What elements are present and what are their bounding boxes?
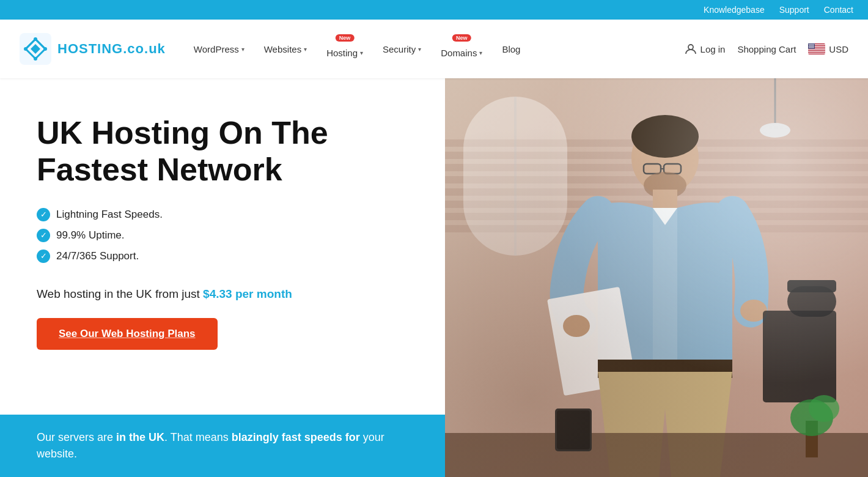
svg-point-31 [813, 46, 814, 47]
nav-item-websites[interactable]: Websites ▾ [256, 39, 315, 59]
logo[interactable]: HOSTING.co.uk [20, 33, 166, 65]
nav-item-blog[interactable]: Blog [493, 39, 529, 59]
svg-point-32 [809, 48, 809, 48]
chevron-down-icon: ▾ [304, 46, 307, 53]
svg-point-18 [814, 44, 814, 45]
svg-point-27 [814, 46, 814, 46]
hero-features: ✓ Lightning Fast Speeds. ✓ 99.9% Uptime.… [37, 208, 408, 270]
chevron-down-icon: ▾ [418, 46, 421, 53]
svg-point-16 [811, 44, 812, 45]
svg-rect-11 [808, 51, 825, 51]
user-icon [685, 43, 697, 55]
chevron-down-icon: ▾ [241, 46, 245, 53]
svg-point-21 [812, 45, 812, 45]
hero-left: UK Hosting On The Fastest Network ✓ Ligh… [0, 78, 445, 477]
svg-point-36 [814, 48, 814, 48]
hero-section: UK Hosting On The Fastest Network ✓ Ligh… [0, 78, 868, 477]
logo-text: HOSTING.co.uk [57, 41, 166, 57]
nav-right: Log in Shopping Cart [685, 43, 848, 55]
us-flag-icon [808, 43, 825, 54]
shopping-cart-button[interactable]: Shopping Cart [737, 44, 796, 54]
feature-item: ✓ 99.9% Uptime. [37, 229, 408, 242]
chevron-down-icon: ▾ [360, 50, 363, 56]
check-icon: ✓ [37, 250, 50, 263]
currency-selector[interactable]: USD [808, 43, 848, 54]
domains-new-badge: New [452, 34, 471, 42]
svg-point-17 [812, 44, 813, 45]
hero-image [445, 78, 868, 477]
svg-point-14 [809, 44, 809, 45]
hero-image-overlay [445, 78, 868, 477]
svg-point-22 [813, 45, 814, 45]
svg-point-26 [812, 46, 813, 46]
nav-item-wordpress[interactable]: WordPress ▾ [185, 39, 253, 59]
svg-point-20 [811, 45, 811, 45]
svg-point-28 [809, 46, 810, 47]
login-button[interactable]: Log in [685, 43, 726, 55]
svg-point-1 [34, 37, 37, 41]
svg-point-33 [810, 48, 811, 48]
navbar: HOSTING.co.uk WordPress ▾ Websites ▾ New… [0, 20, 868, 78]
check-icon: ✓ [37, 208, 50, 221]
cta-button[interactable]: See Our Web Hosting Plans [37, 318, 218, 350]
svg-point-3 [43, 47, 47, 51]
hero-price: Web hosting in the UK from just $4.33 pe… [37, 287, 408, 301]
svg-point-24 [810, 46, 811, 46]
svg-point-34 [811, 48, 812, 48]
svg-point-19 [809, 45, 810, 45]
nav-left: HOSTING.co.uk WordPress ▾ Websites ▾ New… [20, 33, 529, 65]
svg-point-29 [811, 46, 811, 47]
feature-item: ✓ Lightning Fast Speeds. [37, 208, 408, 221]
knowledgebase-link[interactable]: Knowledgebase [704, 5, 765, 15]
support-link[interactable]: Support [779, 5, 809, 15]
contact-link[interactable]: Contact [824, 5, 853, 15]
svg-point-30 [812, 46, 812, 47]
hero-title: UK Hosting On The Fastest Network [37, 115, 408, 188]
feature-item: ✓ 24/7/365 Support. [37, 250, 408, 263]
svg-point-35 [812, 48, 813, 48]
svg-point-2 [24, 47, 28, 51]
nav-menu: WordPress ▾ Websites ▾ New Hosting ▾ Sec… [185, 35, 529, 63]
chevron-down-icon: ▾ [479, 50, 482, 56]
svg-point-25 [811, 46, 812, 46]
top-bar: Knowledgebase Support Contact [0, 0, 868, 20]
svg-point-5 [688, 45, 693, 50]
svg-point-15 [810, 44, 811, 45]
svg-point-4 [34, 57, 37, 61]
svg-point-23 [809, 46, 809, 46]
nav-item-security[interactable]: Security ▾ [374, 39, 430, 59]
hosting-new-badge: New [336, 34, 355, 42]
nav-item-hosting[interactable]: New Hosting ▾ [318, 35, 372, 63]
hero-image-bg [445, 78, 868, 477]
check-icon: ✓ [37, 229, 50, 242]
logo-icon [20, 33, 51, 65]
hero-bottom-banner: Our servers are in the UK. That means bl… [0, 415, 445, 477]
svg-rect-12 [808, 53, 825, 53]
nav-item-domains[interactable]: New Domains ▾ [432, 35, 491, 63]
svg-rect-10 [808, 50, 825, 50]
